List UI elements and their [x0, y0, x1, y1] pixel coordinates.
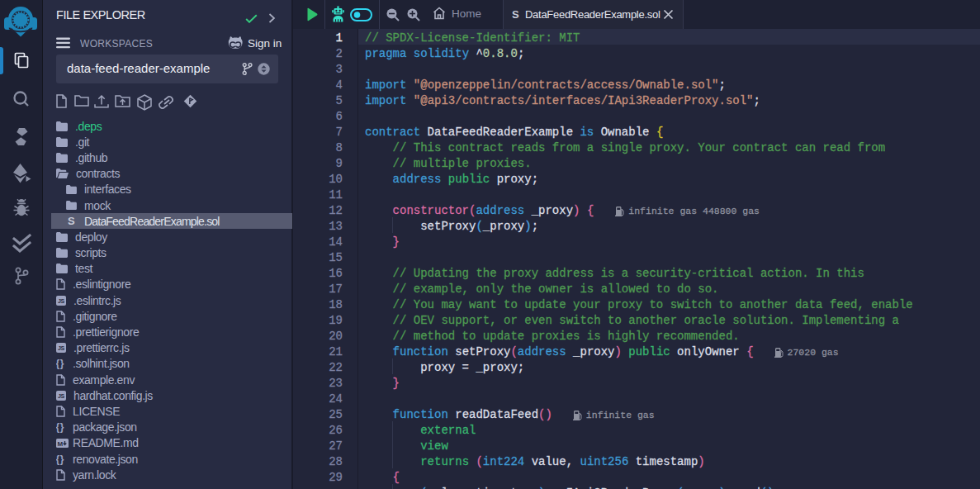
svg-text:{}: {} [56, 453, 64, 465]
svg-text:M: M [58, 439, 64, 447]
svg-text:S: S [68, 216, 75, 226]
svg-text:{}: {} [56, 421, 64, 433]
svg-text:JS: JS [58, 298, 64, 304]
svg-text:{}: {} [56, 358, 64, 369]
svg-text:S: S [512, 8, 519, 21]
svg-text:JS: JS [58, 345, 64, 351]
svg-text:JS: JS [58, 393, 64, 399]
